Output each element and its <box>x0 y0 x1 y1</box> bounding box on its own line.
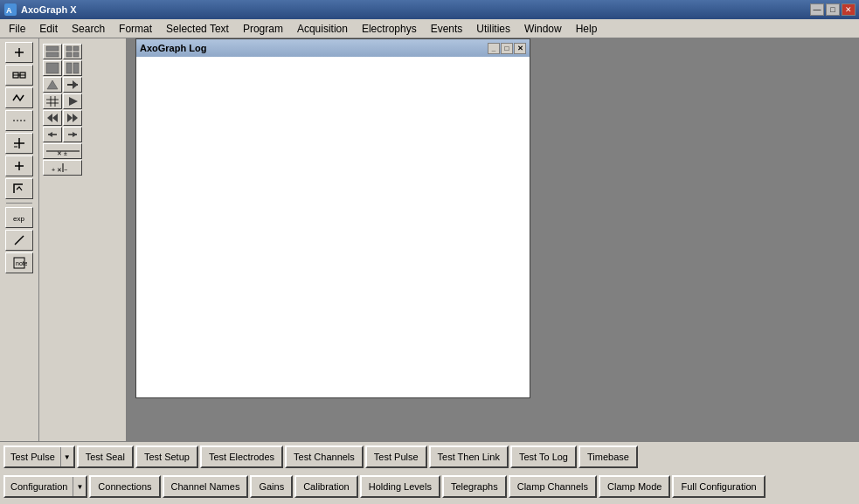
menu-file[interactable]: File <box>2 21 32 37</box>
mini-btn-play[interactable] <box>63 93 82 109</box>
configuration-dropdown[interactable]: Configuration ▼ <box>3 475 87 498</box>
svg-marker-26 <box>47 80 58 89</box>
svg-rect-19 <box>66 46 72 51</box>
svg-text:✕ ±: ✕ ± <box>57 150 67 156</box>
configuration-label: Configuration <box>5 481 73 492</box>
bottom-row-2: Configuration ▼ Connections Channel Name… <box>0 472 859 501</box>
log-minimize-button[interactable]: _ <box>488 43 500 54</box>
menu-selected-text[interactable]: Selected Text <box>159 21 236 37</box>
cursor-tool[interactable] <box>5 110 33 131</box>
mini-btn-forward[interactable] <box>63 110 82 126</box>
test-setup-button[interactable]: Test Setup <box>135 445 198 468</box>
svg-marker-41 <box>73 132 77 137</box>
mini-row-2 <box>43 60 122 76</box>
menu-format[interactable]: Format <box>112 21 159 37</box>
svg-text:exp: exp <box>13 215 24 223</box>
log-close-button[interactable]: ✕ <box>514 43 526 54</box>
clamp-mode-button[interactable]: Clamp Mode <box>599 475 670 498</box>
zoom-plus-tool[interactable] <box>5 42 33 63</box>
test-pulse-arrow[interactable]: ▼ <box>60 447 73 466</box>
test-to-log-button[interactable]: Test To Log <box>510 445 577 468</box>
full-configuration-button[interactable]: Full Configuration <box>672 475 765 498</box>
test-channels-button[interactable]: Test Channels <box>285 445 364 468</box>
mini-btn-grid[interactable] <box>43 93 62 109</box>
gains-button[interactable]: Gains <box>250 475 293 498</box>
menu-electrophys[interactable]: Electrophys <box>355 21 424 37</box>
log-title-bar: AxoGraph Log _ □ ✕ <box>136 39 530 57</box>
mini-row-1 <box>43 44 122 59</box>
test-pulse-dropdown[interactable]: Test Pulse ▼ <box>3 445 75 468</box>
svg-rect-24 <box>66 63 72 73</box>
mini-btn-4[interactable] <box>63 60 82 76</box>
log-title-buttons[interactable]: _ □ ✕ <box>488 43 526 54</box>
mini-btn-next[interactable] <box>63 127 82 142</box>
svg-marker-34 <box>47 114 52 122</box>
test-then-link-button[interactable]: Test Then Link <box>429 445 509 468</box>
test-pulse-button[interactable]: Test Pulse <box>365 445 427 468</box>
svg-marker-39 <box>48 132 52 137</box>
mini-btn-rewind[interactable] <box>43 110 62 126</box>
mini-row-7: ✕ ± <box>43 143 122 159</box>
test-electrodes-button[interactable]: Test Electrodes <box>200 445 283 468</box>
svg-rect-23 <box>46 63 59 73</box>
mini-btn-6[interactable] <box>63 77 82 93</box>
wave-tool[interactable] <box>5 87 33 108</box>
mini-row-8: + ✕ − <box>43 160 122 176</box>
configuration-arrow[interactable]: ▼ <box>73 477 86 496</box>
calibration-button[interactable]: Calibration <box>294 475 358 498</box>
mini-btn-prev[interactable] <box>43 127 62 142</box>
close-button[interactable]: ✕ <box>842 3 856 16</box>
svg-rect-18 <box>46 52 59 57</box>
left-toolbar: exp note <box>0 38 39 441</box>
title-bar-buttons[interactable]: — □ ✕ <box>810 3 856 16</box>
exp-tool[interactable]: exp <box>5 207 33 228</box>
selection-tool[interactable] <box>5 65 33 86</box>
menu-program[interactable]: Program <box>236 21 290 37</box>
test-seal-button[interactable]: Test Seal <box>77 445 134 468</box>
mini-row-3 <box>43 77 122 93</box>
axis-tool[interactable] <box>5 178 33 199</box>
telegraphs-button[interactable]: Telegraphs <box>442 475 507 498</box>
svg-marker-37 <box>67 114 73 122</box>
menu-help[interactable]: Help <box>569 21 605 37</box>
mini-btn-2[interactable] <box>63 44 82 59</box>
svg-rect-20 <box>73 46 79 51</box>
mini-btn-5[interactable] <box>43 77 62 93</box>
maximize-button[interactable]: □ <box>826 3 840 16</box>
menu-acquisition[interactable]: Acquisition <box>290 21 355 37</box>
connections-button[interactable]: Connections <box>89 475 160 498</box>
svg-text:+ ✕ −: + ✕ − <box>52 167 67 173</box>
holding-levels-button[interactable]: Holding Levels <box>360 475 440 498</box>
mini-btn-1[interactable] <box>43 44 62 59</box>
svg-marker-28 <box>73 80 78 89</box>
menu-utilities[interactable]: Utilities <box>469 21 517 37</box>
channel-names-button[interactable]: Channel Names <box>163 475 249 498</box>
svg-marker-36 <box>73 114 78 122</box>
log-maximize-button[interactable]: □ <box>501 43 513 54</box>
svg-rect-22 <box>73 52 79 57</box>
svg-rect-25 <box>73 63 79 73</box>
separator1 <box>6 203 32 204</box>
menu-edit[interactable]: Edit <box>32 21 65 37</box>
menu-events[interactable]: Events <box>424 21 470 37</box>
mini-btn-3[interactable] <box>43 60 62 76</box>
draw-tool[interactable] <box>5 230 33 251</box>
svg-rect-17 <box>46 46 59 51</box>
mini-row-4 <box>43 93 122 109</box>
menu-window[interactable]: Window <box>517 21 569 37</box>
mini-btn-zoom-y[interactable]: + ✕ − <box>43 160 82 176</box>
zoom-in-tool[interactable] <box>5 155 33 176</box>
svg-rect-21 <box>66 52 72 57</box>
menu-search[interactable]: Search <box>65 21 112 37</box>
content-row: ✕ ± + ✕ − AxoGra <box>39 38 859 441</box>
log-title: AxoGraph Log <box>140 43 206 53</box>
mini-btn-zoom-x[interactable]: ✕ ± <box>43 143 82 159</box>
note-tool[interactable]: note <box>5 252 33 273</box>
inner-panel: AxoGraph Log _ □ ✕ <box>127 38 859 441</box>
timebase-button[interactable]: Timebase <box>578 445 638 468</box>
svg-marker-33 <box>69 97 78 106</box>
plus-tool[interactable] <box>5 133 33 154</box>
minimize-button[interactable]: — <box>810 3 824 16</box>
clamp-channels-button[interactable]: Clamp Channels <box>509 475 597 498</box>
bottom-area: Test Pulse ▼ Test Seal Test Setup Test E… <box>0 441 859 504</box>
